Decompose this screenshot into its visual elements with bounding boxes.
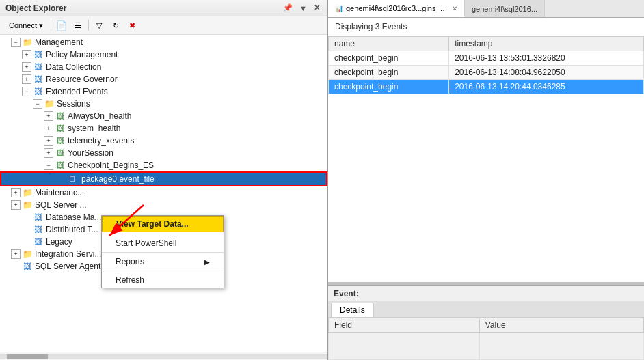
new-query-button[interactable]: 📄 xyxy=(54,18,69,32)
tree-item-sessions[interactable]: − 📁 Sessions xyxy=(0,98,327,110)
folder-icon-management: 📁 xyxy=(22,37,33,48)
events-table: name timestamp checkpoint_begin 2016-06-… xyxy=(328,36,644,94)
tree-item-checkpointbegins[interactable]: − 🖼 Checkpoint_Begins_ES xyxy=(0,159,327,171)
context-menu-refresh[interactable]: Refresh xyxy=(102,273,224,288)
datacollection-label: Data Collection xyxy=(46,62,101,72)
table-row[interactable]: checkpoint_begin 2016-06-13 14:08:04.962… xyxy=(329,66,644,80)
context-separator-1 xyxy=(102,234,224,234)
expand-maintenance[interactable]: + xyxy=(11,188,21,197)
cell-timestamp-1: 2016-06-13 13:53:01.3326820 xyxy=(449,51,644,66)
stop-button[interactable]: ✖ xyxy=(124,18,139,32)
expand-resourcegov[interactable]: + xyxy=(22,74,31,84)
databasema-label: Database Ma... xyxy=(46,212,101,222)
tree-item-datacollection[interactable]: + 🖼 Data Collection xyxy=(0,61,327,73)
context-menu-startpowershell[interactable]: Start PowerShell xyxy=(102,236,224,251)
toolbar: Connect ▾ 📄 ☰ ▽ ↻ ✖ xyxy=(0,16,327,35)
table-row-selected[interactable]: checkpoint_begin 2016-06-13 14:20:44.034… xyxy=(329,80,644,94)
tree-item-maintenance[interactable]: + 📁 Maintenanc... xyxy=(0,186,327,199)
tab-bar: 📊 genemi4f\sql2016rc3...gins_ES: event_f… xyxy=(328,0,644,18)
icon-datacollection: 🖼 xyxy=(33,61,44,72)
distributed-label: Distributed T... xyxy=(46,225,98,234)
tree-item-policy[interactable]: + 🖼 Policy Management xyxy=(0,49,327,61)
right-panel: 📊 genemi4f\sql2016rc3...gins_ES: event_f… xyxy=(328,0,644,360)
checkpointbegins-label: Checkpoint_Begins_ES xyxy=(68,161,154,170)
pin-icon[interactable]: 📌 xyxy=(281,3,295,13)
tree-item-resourcegov[interactable]: + 🖼 Resource Governor xyxy=(0,73,327,85)
tree-item-extendedevents[interactable]: − 🖼 Extended Events xyxy=(0,85,327,98)
sessions-label: Sessions xyxy=(57,99,90,109)
folder-icon-sqlserver: 📁 xyxy=(22,199,33,210)
expand-alwayson[interactable]: + xyxy=(44,111,53,121)
folder-icon-integration: 📁 xyxy=(22,249,33,260)
detail-row-empty xyxy=(329,333,644,360)
horizontal-scrollbar[interactable] xyxy=(0,352,327,360)
filter-button[interactable]: ▽ xyxy=(92,18,107,32)
tree-item-alwayson[interactable]: + 🖼 AlwaysOn_health xyxy=(0,110,327,122)
detail-table: Field Value xyxy=(328,318,644,360)
table-row[interactable]: checkpoint_begin 2016-06-13 13:53:01.332… xyxy=(329,51,644,66)
panel-title: Object Explorer xyxy=(5,3,66,13)
folder-icon-maintenance: 📁 xyxy=(22,187,33,198)
panel-title-bar: Object Explorer 📌 ▼ ✕ xyxy=(0,0,327,16)
icon-distributed: 🖼 xyxy=(33,224,44,235)
expand-checkpointbegins[interactable]: − xyxy=(44,161,53,170)
detail-col-field[interactable]: Field xyxy=(329,318,480,333)
tree-item-syshealth[interactable]: + 🖼 system_health xyxy=(0,122,327,135)
result-header: Displaying 3 Events xyxy=(328,18,644,36)
expand-sessions[interactable]: − xyxy=(33,99,42,109)
context-menu-viewtarget[interactable]: View Target Data... xyxy=(102,216,224,232)
tree-container[interactable]: − 📁 Management + 🖼 Policy Management + 🖼… xyxy=(0,35,327,352)
object-explorer-panel: Object Explorer 📌 ▼ ✕ Connect ▾ 📄 ☰ ▽ ↻ … xyxy=(0,0,328,360)
policy-label: Policy Management xyxy=(46,50,118,59)
tab-icon: 📊 xyxy=(335,5,343,12)
legacy-label: Legacy xyxy=(46,237,72,247)
close-icon[interactable]: ✕ xyxy=(312,3,322,13)
icon-sqlagent: 🖼 xyxy=(22,261,33,272)
tree-item-packagefile[interactable]: 🗒 package0.event_file xyxy=(0,171,327,186)
expand-integration[interactable]: + xyxy=(11,249,21,259)
dropdown-icon[interactable]: ▼ xyxy=(297,3,309,13)
sqlagent-label: SQL Server Agent xyxy=(35,262,100,271)
col-header-name[interactable]: name xyxy=(329,37,449,51)
icon-extendedevents: 🖼 xyxy=(33,86,44,97)
maintenance-label: Maintenanc... xyxy=(35,188,84,197)
refresh-button[interactable]: ↻ xyxy=(108,18,123,32)
col-header-timestamp[interactable]: timestamp xyxy=(449,37,644,51)
icon-syshealth: 🖼 xyxy=(55,123,66,134)
icon-telemetry: 🖼 xyxy=(55,135,66,146)
events-table-wrapper[interactable]: name timestamp checkpoint_begin 2016-06-… xyxy=(328,36,644,285)
expand-syshealth[interactable]: + xyxy=(44,124,53,133)
context-menu-reports[interactable]: Reports ▶ xyxy=(102,254,224,269)
context-separator-3 xyxy=(102,271,224,271)
cell-name-2: checkpoint_begin xyxy=(329,66,449,80)
tree-item-sqlserver[interactable]: + 📁 SQL Server ... xyxy=(0,199,327,211)
cell-name-3: checkpoint_begin xyxy=(329,80,449,94)
icon-alwayson: 🖼 xyxy=(55,111,66,122)
expand-extendedevents[interactable]: − xyxy=(22,87,31,96)
icon-policy: 🖼 xyxy=(33,49,44,60)
packagefile-label: package0.event_file xyxy=(80,174,156,184)
expand-policy[interactable]: + xyxy=(22,50,31,59)
icon-checkpointbegins: 🖼 xyxy=(55,160,66,171)
tree-item-telemetry[interactable]: + 🖼 telemetry_xevents xyxy=(0,135,327,147)
expand-management[interactable]: − xyxy=(11,38,21,47)
expand-datacollection[interactable]: + xyxy=(22,62,31,72)
tree-item-yoursession[interactable]: + 🖼 YourSession xyxy=(0,147,327,159)
telemetry-label: telemetry_xevents xyxy=(68,136,134,146)
expand-telemetry[interactable]: + xyxy=(44,136,53,146)
list-button[interactable]: ☰ xyxy=(70,18,85,32)
expand-yoursession[interactable]: + xyxy=(44,148,53,158)
cell-name-1: checkpoint_begin xyxy=(329,51,449,66)
tab-close-1[interactable]: ✕ xyxy=(452,5,457,12)
connect-button[interactable]: Connect ▾ xyxy=(4,18,48,32)
detail-tab-details[interactable]: Details xyxy=(331,303,374,317)
icon-legacy: 🖼 xyxy=(33,236,44,247)
tab-event-file[interactable]: 📊 genemi4f\sql2016rc3...gins_ES: event_f… xyxy=(328,0,465,17)
tab-second[interactable]: genemi4f\sql2016... xyxy=(465,0,545,17)
context-separator-2 xyxy=(102,252,224,253)
sqlserver-label: SQL Server ... xyxy=(35,200,87,210)
resourcegov-label: Resource Governor xyxy=(46,74,118,84)
expand-sqlserver[interactable]: + xyxy=(11,200,21,210)
tree-item-management[interactable]: − 📁 Management xyxy=(0,36,327,49)
detail-col-value[interactable]: Value xyxy=(479,318,643,333)
